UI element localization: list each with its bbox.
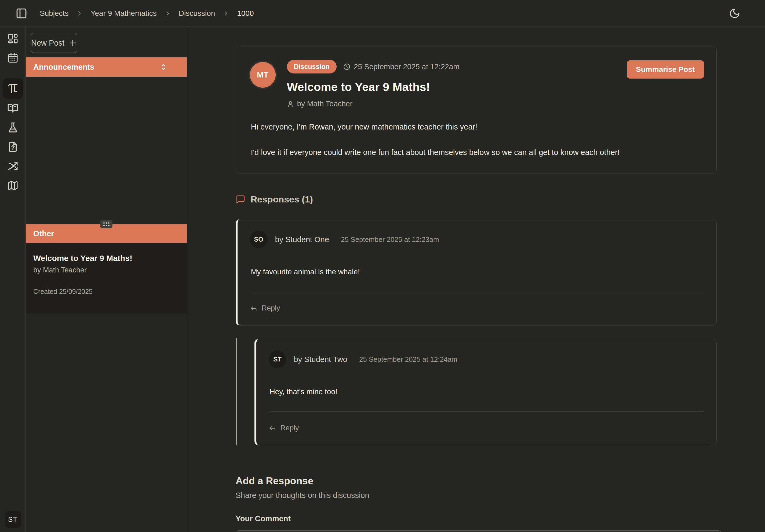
book-open-icon[interactable] <box>3 99 23 118</box>
summarise-post-button[interactable]: Summarise Post <box>627 60 704 79</box>
drawer-post-author: by Math Teacher <box>33 266 179 274</box>
section-other-label: Other <box>33 229 54 238</box>
new-post-button[interactable]: New Post <box>31 33 77 53</box>
flask-icon[interactable] <box>3 118 23 137</box>
reply-thread: ST by Student Two 25 September 2025 at 1… <box>236 339 717 445</box>
section-announcements-label: Announcements <box>33 63 94 72</box>
topbar: Subjects Year 9 Mathematics Discussion 1… <box>0 0 765 27</box>
section-announcements[interactable]: Announcements <box>26 57 187 77</box>
post-body-paragraph: I'd love it if everyone could write one … <box>251 148 704 157</box>
responses-heading-label: Responses (1) <box>251 194 313 205</box>
breadcrumb-discussion[interactable]: Discussion <box>179 9 215 18</box>
chevron-right-icon <box>223 10 230 17</box>
response-author: by Student Two <box>294 355 347 364</box>
shuffle-icon[interactable] <box>3 156 23 176</box>
responses-heading: Responses (1) <box>236 194 717 205</box>
response-body: My favourite animal is the whale! <box>251 268 704 276</box>
reply-arrow-icon <box>250 305 258 312</box>
reply-button[interactable]: Reply <box>269 424 299 432</box>
drawer-post-created: Created 25/09/2025 <box>33 288 179 296</box>
response-card: SO by Student One 25 September 2025 at 1… <box>236 219 717 326</box>
discussion-badge: Discussion <box>287 60 337 74</box>
add-response-section: Add a Response Share your thoughts on th… <box>236 475 717 532</box>
dark-mode-moon-icon[interactable] <box>729 8 740 19</box>
comment-label: Your Comment <box>236 514 717 523</box>
breadcrumb-subjects[interactable]: Subjects <box>40 9 68 18</box>
chevron-right-icon <box>76 10 83 17</box>
post-author-avatar: MT <box>250 62 276 88</box>
post-timestamp: 25 September 2025 at 12:22am <box>354 63 459 71</box>
breadcrumb: Subjects Year 9 Mathematics Discussion 1… <box>40 9 254 18</box>
chevron-right-icon <box>164 10 171 17</box>
drawer-post-title: Welcome to Year 9 Maths! <box>33 254 179 263</box>
response-author-avatar: SO <box>250 231 268 248</box>
thread-line <box>236 338 237 445</box>
drawer-post-item[interactable]: Welcome to Year 9 Maths! by Math Teacher… <box>26 243 187 314</box>
reply-label: Reply <box>262 304 280 312</box>
icon-rail: ST <box>0 27 26 532</box>
reply-label: Reply <box>281 424 299 432</box>
response-author: by Student One <box>275 235 329 244</box>
response-author-avatar: ST <box>269 351 287 368</box>
post-body: Hi everyone, I'm Rowan, your new mathema… <box>251 123 704 157</box>
add-response-subheading: Share your thoughts on this discussion <box>236 491 717 500</box>
plus-icon <box>69 39 77 47</box>
post-body-paragraph: Hi everyone, I'm Rowan, your new mathema… <box>251 123 704 132</box>
user-avatar[interactable]: ST <box>5 511 21 528</box>
breadcrumb-subject[interactable]: Year 9 Mathematics <box>90 9 157 18</box>
discussion-post-card: MT Discussion 25 September 2025 at 12:22… <box>236 46 717 174</box>
clock-icon <box>343 63 351 71</box>
breadcrumb-post-id[interactable]: 1000 <box>237 9 254 18</box>
pi-icon[interactable] <box>3 78 23 99</box>
map-icon[interactable] <box>3 176 23 195</box>
response-divider <box>250 292 704 292</box>
announcements-empty-area <box>26 77 187 224</box>
dashboard-icon[interactable] <box>3 29 23 48</box>
drag-grip-handle[interactable] <box>100 220 113 228</box>
response-body: Hey, that's mine too! <box>270 388 704 396</box>
chevrons-up-down-icon[interactable] <box>160 63 168 71</box>
response-timestamp: 25 September 2025 at 12:24am <box>359 355 457 364</box>
post-author: by Math Teacher <box>297 100 353 108</box>
user-icon <box>287 100 294 107</box>
response-divider <box>269 411 704 412</box>
new-post-label: New Post <box>31 39 64 48</box>
comment-input[interactable] <box>236 530 721 532</box>
calendar-icon[interactable] <box>3 48 23 68</box>
posts-drawer: New Post Announcements Other Welcome to … <box>26 27 187 532</box>
message-square-icon <box>236 195 245 204</box>
response-timestamp: 25 September 2025 at 12:23am <box>341 235 439 244</box>
add-response-heading: Add a Response <box>236 475 717 487</box>
sidebar-toggle-icon[interactable] <box>16 8 27 19</box>
response-card-nested: ST by Student Two 25 September 2025 at 1… <box>255 339 717 445</box>
file-question-icon[interactable] <box>3 137 23 156</box>
reply-button[interactable]: Reply <box>250 304 280 312</box>
main-content: MT Discussion 25 September 2025 at 12:22… <box>187 27 765 532</box>
reply-arrow-icon <box>269 424 276 432</box>
post-title: Welcome to Year 9 Maths! <box>287 81 459 94</box>
